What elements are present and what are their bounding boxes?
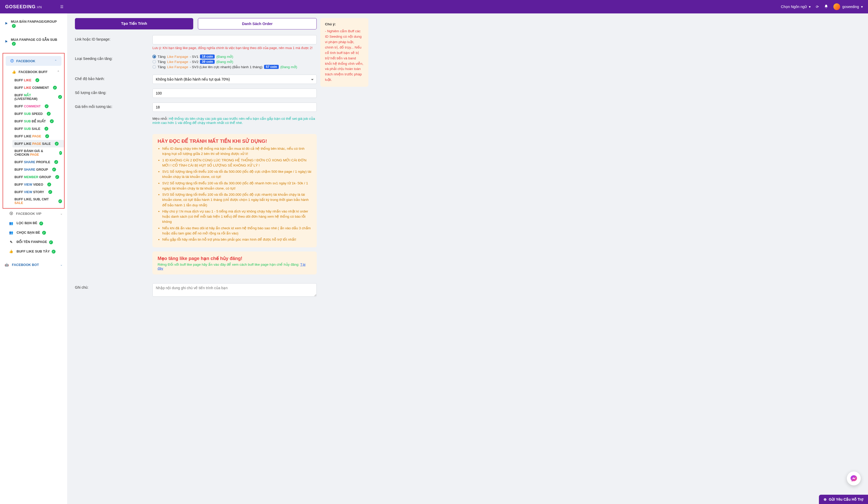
check-icon: ✓ <box>35 78 39 82</box>
tab-order-list[interactable]: Danh Sách Order <box>198 18 317 30</box>
sidebar-item-mua-ban-fanpage[interactable]: ⚑ MUA BÁN FANPAGE/GROUP ✓ <box>0 17 67 30</box>
status-open: (Đang mở) <box>216 54 233 59</box>
price-tip: Mẹo nhỏ: Hệ thống ưu tiên chạy các job g… <box>152 116 317 125</box>
right-panel: Chú ý: - Nghiêm cấm Buff các ID Seeding … <box>320 13 372 504</box>
bell-icon[interactable] <box>824 4 828 9</box>
flag-icon: ⚑ <box>5 22 8 25</box>
sidebar-item-mua-fanpage-sub[interactable]: ⚑ MUA FANPAGE CÓ SẴN SUB ✓ <box>0 35 67 49</box>
sidebar-item-buff[interactable]: BUFF LIKE PAGE ✓ <box>12 133 64 140</box>
link-id-label: Link hoặc ID fanpage: <box>75 35 152 50</box>
sidebar-item-buff[interactable]: BUFF MEMBER GROUP ✓ <box>12 173 64 181</box>
sidebar-section-facebook[interactable]: ⓕFACEBOOK ⌃ <box>6 56 61 66</box>
sidebar-item-buff[interactable]: BUFF LIKE PAGE SALE ✓ <box>12 140 64 147</box>
sidebar-item-buff[interactable]: BUFF VIEW STORY ✓ <box>12 188 64 196</box>
sidebar-item-label: BUFF ĐÁNH GIÁ & CHECKIN PAGE <box>14 149 55 156</box>
messenger-fab[interactable] <box>847 472 861 485</box>
attention-body: - Nghiêm cấm Buff các ID Seeding có nội … <box>325 29 364 83</box>
chevron-up-icon: ⌃ <box>54 59 57 63</box>
tip-title: Mẹo tăng like page hạn chế hủy đăng! <box>158 255 311 261</box>
sidebar-item-label: BUFF MẮT (LIVESTREAM) <box>14 93 54 101</box>
status-open: (Đang mở) <box>280 65 297 69</box>
warning-item: Nếu ID đang chạy trên hệ thống mà bạn vẫ… <box>162 146 311 157</box>
sidebar-item-label: BUFF LIKE <box>14 78 31 82</box>
support-request-button[interactable]: ⊕ Gửi Yêu Cầu Hỗ Trợ <box>819 495 868 504</box>
language-selector[interactable]: Chọn Ngôn ngữ ▾ <box>781 5 811 9</box>
sidebar-item-buff[interactable]: BUFF MẮT (LIVESTREAM) ✓ <box>12 92 64 103</box>
warning-item: 1 ID KHÔNG CÀI 2 ĐƠN CÙNG LÚC TRONG HỆ T… <box>162 158 311 168</box>
sidebar-item-buff[interactable]: BUFF COMMENT ✓ <box>12 103 64 110</box>
chevron-down-icon: ▾ <box>861 5 863 9</box>
bot-icon: 🤖 <box>5 263 9 267</box>
check-icon: ✓ <box>54 160 58 164</box>
radio-sv2[interactable]: Tăng Like Fanpage - SV2 39 coin (Đang mở… <box>152 60 317 64</box>
sidebar-section-facebook-bot[interactable]: 🤖FACEBOOK BOT ⌄ <box>0 260 67 269</box>
check-icon: ✓ <box>50 119 54 123</box>
thumbs-up-icon: 👍 <box>12 70 16 74</box>
sidebar-item-buff[interactable]: BUFF SUB SALE ✓ <box>12 125 64 133</box>
check-icon: ✓ <box>47 182 51 187</box>
sidebar-section-label: FACEBOOK BOT <box>12 263 39 267</box>
warranty-select[interactable]: Không bảo hành (Bảo hành nếu tụt quá 70%… <box>152 75 317 84</box>
check-icon: ✓ <box>44 127 48 131</box>
sidebar-item-buff-like-sub-tay[interactable]: 👍 BUFF LIKE SUB TÂY ✓ <box>0 247 67 256</box>
topbar: GOSEEDING.VN ☰ Chọn Ngôn ngữ ▾ ⟳ goseedi… <box>0 0 868 13</box>
radio-text: Tăng <box>158 60 166 64</box>
sidebar-section-facebook-buff[interactable]: 👍FACEBOOK BUFF ⌃ <box>3 67 64 76</box>
sidebar-item-label: ĐỔI TÊN FANPAGE <box>17 240 47 244</box>
sidebar-item-label: BUFF LIKE PAGE <box>14 135 41 138</box>
sidebar-item-buff[interactable]: BUFF LIKE COMMENT ✓ <box>12 84 64 92</box>
tab-row: Tạo Tiến Trình Danh Sách Order <box>75 18 317 30</box>
coin-badge: 39 coin <box>200 60 215 64</box>
sidebar-item-buff[interactable]: BUFF VIEW VIDEO ✓ <box>12 181 64 188</box>
main-content: Tạo Tiến Trình Danh Sách Order Link hoặc… <box>67 13 320 504</box>
check-icon: ✓ <box>45 134 49 138</box>
quantity-label: Số lượng cần tăng: <box>75 88 152 98</box>
hamburger-icon[interactable]: ☰ <box>60 5 63 9</box>
flag-icon: ⚑ <box>5 40 8 44</box>
sidebar-item-choc-ban-be[interactable]: 👥 CHỌC BẠN BÈ ✓ <box>0 228 67 238</box>
radio-icon <box>152 65 156 69</box>
sidebar-item-label: MUA FANPAGE CÓ SẴN SUB <box>11 38 57 42</box>
user-menu[interactable]: goseeding ▾ <box>834 3 863 10</box>
chevron-down-icon: ▾ <box>809 5 811 9</box>
check-icon: ✓ <box>59 199 62 203</box>
check-icon: ✓ <box>52 168 56 171</box>
sidebar-item-loc-ban-be[interactable]: 👥 LỌC BẠN BÈ ✓ <box>0 218 67 228</box>
check-icon: ✓ <box>39 222 43 225</box>
sidebar-item-label: BUFF LIKE SUB TÂY <box>17 249 50 253</box>
radio-sv3[interactable]: Tăng Like Fanpage - SV3 (Like lên cực nh… <box>152 65 317 69</box>
vip-icon: ⓥ <box>9 211 13 216</box>
sidebar-item-buff[interactable]: BUFF SUB ĐỀ XUẤT ✓ <box>12 117 64 125</box>
quantity-input[interactable] <box>152 88 317 98</box>
refresh-icon[interactable]: ⟳ <box>816 5 819 9</box>
sidebar-item-buff[interactable]: BUFF LIKE ✓ <box>12 76 64 84</box>
sidebar-item-doi-ten-fanpage[interactable]: ✎ ĐỔI TÊN FANPAGE ✓ <box>0 237 67 247</box>
sidebar-item-buff[interactable]: BUFF LIKE, SUB, CMT SALE ✓ <box>12 196 64 207</box>
radio-sv-text: - SV2 <box>190 60 199 64</box>
sidebar-item-buff[interactable]: BUFF ĐÁNH GIÁ & CHECKIN PAGE ✓ <box>12 147 64 158</box>
link-id-note: Lưu ý: Khi bạn tăng like page, đồng nghĩ… <box>152 46 317 50</box>
chevron-up-icon: ⌃ <box>57 70 59 74</box>
warning-box: HÃY ĐỌC ĐỂ TRÁNH MẤT TIỀN KHI SỬ DỤNG! N… <box>152 134 317 247</box>
sidebar-item-buff[interactable]: BUFF SHARE GROUP ✓ <box>12 166 64 173</box>
warning-item: SV2 Số lượng tăng tối thiểu 100 và tối đ… <box>162 181 311 191</box>
sidebar-item-buff[interactable]: BUFF SUB SPEED ✓ <box>12 110 64 117</box>
logo[interactable]: GOSEEDING.VN <box>5 4 42 10</box>
topbar-right: Chọn Ngôn ngữ ▾ ⟳ goseeding ▾ <box>781 3 863 10</box>
note-textarea[interactable] <box>152 283 317 297</box>
radio-highlight: Like Fanpage <box>167 55 188 59</box>
warning-item: SV3 Số lượng tăng tối thiểu 100 và tối đ… <box>162 192 311 208</box>
warning-item: Nếu khi đã ấn vào theo dõi id hãy ấn che… <box>162 226 311 236</box>
radio-highlight: Like Fanpage <box>167 60 188 64</box>
price-input[interactable] <box>152 103 317 112</box>
facebook-buff-list: BUFF LIKE ✓BUFF LIKE COMMENT ✓BUFF MẮT (… <box>3 76 64 207</box>
link-id-input[interactable] <box>152 35 317 44</box>
tab-create-process[interactable]: Tạo Tiến Trình <box>75 18 193 30</box>
sidebar-item-buff[interactable]: BUFF SHARE PROFILE ✓ <box>12 158 64 166</box>
check-icon: ✓ <box>42 231 46 235</box>
radio-sv1[interactable]: Tăng Like Fanpage - SV1 18 coin (Đang mở… <box>152 54 317 59</box>
sidebar-item-label: BUFF VIEW VIDEO <box>14 183 43 187</box>
facebook-icon: ⓕ <box>10 59 14 63</box>
sidebar-section-facebook-vip[interactable]: ⓥFACEBOOK VIP ⌄ <box>0 209 67 218</box>
check-icon: ✓ <box>59 151 62 155</box>
